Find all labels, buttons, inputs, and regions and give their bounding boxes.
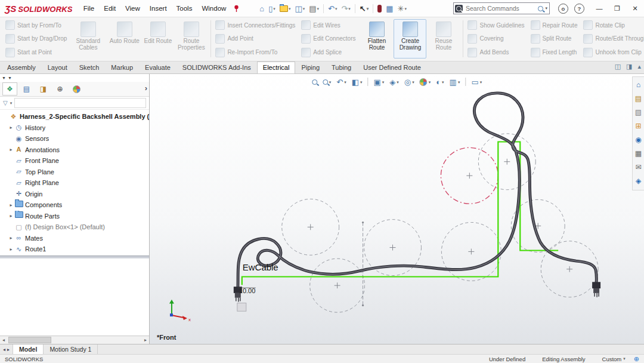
globe-icon[interactable]: ⊕ <box>634 356 639 362</box>
design-library-icon[interactable]: ▤ <box>635 95 642 102</box>
start-by-fromto-button[interactable]: Start by From/To <box>5 20 67 31</box>
property-manager-tab-icon[interactable]: ▤ <box>19 82 34 96</box>
tab-tubing[interactable]: Tubing <box>326 61 357 73</box>
view-palette-icon[interactable]: ⊞ <box>635 122 641 130</box>
tab-piping[interactable]: Piping <box>295 61 326 73</box>
tree-item-sensors[interactable]: ◉ Sensors <box>0 133 149 144</box>
tree-item-design-box[interactable]: ▢ (f) Design Box<1> (Default) <box>0 222 149 233</box>
pin-menu-icon[interactable] <box>233 5 240 13</box>
previous-view-icon[interactable]: ↶▾ <box>336 78 346 86</box>
feature-tree-tab-icon[interactable]: ❖ <box>2 82 17 96</box>
expand-arrow-icon[interactable]: ▸ <box>8 247 14 252</box>
custom-properties-icon[interactable]: ▦ <box>635 150 642 157</box>
flatten-route-button[interactable]: Flatten Route <box>360 19 393 59</box>
route-edit-through-clip-button[interactable]: Route/Edit Through Clip <box>583 33 644 44</box>
panel-horizontal-scrollbar[interactable]: ◂ ▸ <box>0 336 149 344</box>
edit-wires-button[interactable]: Edit Wires <box>301 20 355 31</box>
add-splice-button[interactable]: Add Splice <box>301 47 355 58</box>
cable-connector-right[interactable] <box>592 282 600 297</box>
solidworks-add-ins-icon[interactable]: ◈ <box>636 177 641 184</box>
view-orientation-icon[interactable]: ▣▾ <box>374 78 385 86</box>
appearances-scenes-icon[interactable]: ◉ <box>635 136 641 143</box>
search-commands-box[interactable]: ▾ <box>453 2 550 14</box>
menu-view[interactable]: View <box>120 0 145 17</box>
tree-item-annotations[interactable]: ▸ A Annotations <box>0 144 149 156</box>
route-properties-button[interactable]: Route Properties <box>175 19 208 59</box>
insert-connectors-button[interactable]: Insert Connectors/Fittings <box>215 20 295 31</box>
tab-scroll-controls[interactable]: ◂ ▸ <box>0 344 13 354</box>
filter-funnel-icon[interactable]: ▽ <box>3 100 8 106</box>
menu-tools[interactable]: Tools <box>172 0 197 17</box>
forum-icon[interactable]: ✉ <box>635 164 641 171</box>
tree-item-route1[interactable]: ▸ ∿ Route1 <box>0 244 149 255</box>
viewport-layout-icon[interactable]: ◫ <box>615 63 621 70</box>
add-point-button[interactable]: Add Point <box>215 33 295 44</box>
fixed-length-button[interactable]: Fixed Length <box>531 47 578 58</box>
screen-capture-icon[interactable]: ▭▾ <box>471 78 482 86</box>
view-settings-icon[interactable]: ▥▾ <box>450 78 460 86</box>
tree-item-right-plane[interactable]: ▱ Right Plane <box>0 177 149 189</box>
reimport-fromto-button[interactable]: Re-Import From/To <box>215 47 295 58</box>
unhook-from-clip-button[interactable]: Unhook from Clip <box>583 47 644 58</box>
close-button[interactable]: ✕ <box>626 1 644 17</box>
show-guidelines-button[interactable]: Show Guidelines <box>467 20 524 31</box>
tree-item-route-parts[interactable]: ▸ Route Parts <box>0 211 149 222</box>
expand-arrow-icon[interactable]: ▸ <box>8 235 14 241</box>
file-explorer-icon[interactable]: ▧ <box>635 109 642 116</box>
print-icon[interactable]: ▤▾ <box>307 4 321 14</box>
resources-home-icon[interactable]: ⌂ <box>636 81 640 88</box>
dimension-text[interactable]: 10.00 <box>239 287 255 294</box>
menu-edit[interactable]: Edit <box>99 0 120 17</box>
create-drawing-button[interactable]: Create Drawing <box>394 19 426 59</box>
configuration-manager-tab-icon[interactable]: ◨ <box>36 82 51 96</box>
menu-file[interactable]: File <box>79 0 100 17</box>
units-caret-icon[interactable]: ▾ <box>623 356 626 361</box>
edit-route-button[interactable]: Edit Route <box>141 19 174 59</box>
rotate-clip-button[interactable]: Rotate Clip <box>583 20 644 31</box>
reuse-route-button[interactable]: Reuse Route <box>427 19 460 59</box>
split-route-button[interactable]: Split Route <box>531 33 578 44</box>
menu-insert[interactable]: Insert <box>145 0 172 17</box>
scroll-left-icon[interactable]: ◂ <box>0 337 7 343</box>
restore-button[interactable]: ❐ <box>608 1 626 17</box>
help-icon[interactable]: ? <box>574 4 584 14</box>
xpress-products-icon[interactable] <box>376 4 383 14</box>
tree-item-top-plane[interactable]: ▱ Top Plane <box>0 167 149 178</box>
panel-flyout-chevron-icon[interactable]: › <box>145 84 147 93</box>
tree-item-components[interactable]: ▸ Components <box>0 199 149 211</box>
display-manager-tab-icon[interactable] <box>69 82 84 96</box>
panel-splitter[interactable]: ▼▼ <box>0 74 149 82</box>
menu-window[interactable]: Window <box>197 0 231 17</box>
add-bends-button[interactable]: Add Bends <box>467 47 524 58</box>
cable-label-text[interactable]: EwCable <box>243 263 278 272</box>
tab-user-defined-route[interactable]: User Defined Route <box>357 61 427 73</box>
tab-sketch[interactable]: Sketch <box>73 61 106 73</box>
grid-icon[interactable]: ▦ <box>384 4 395 14</box>
expand-arrow-icon[interactable]: ▸ <box>8 202 14 208</box>
motion-study-tab[interactable]: Motion Study 1 <box>44 344 98 354</box>
filter-caret-icon[interactable]: ▾ <box>10 101 13 106</box>
tab-layout[interactable]: Layout <box>42 61 73 73</box>
start-by-dragdrop-button[interactable]: Start by Drag/Drop <box>5 33 67 44</box>
search-caret-icon[interactable]: ▾ <box>545 6 547 11</box>
select-arrow-icon[interactable]: ↖▾ <box>358 4 370 14</box>
display-pane-icon[interactable]: ◨ <box>626 63 632 70</box>
covering-button[interactable]: Covering <box>467 33 524 44</box>
statusbar-units[interactable]: Custom <box>602 356 622 362</box>
user-account-icon[interactable]: ο <box>558 4 568 14</box>
scrollbar-thumb[interactable] <box>8 337 51 343</box>
open-folder-icon[interactable]: ▾ <box>278 4 293 13</box>
standard-cables-button[interactable]: Standard Cables <box>72 19 104 59</box>
tree-item-mates[interactable]: ▸ ∞ Mates <box>0 233 149 244</box>
edit-connectors-button[interactable]: Edit Connectors <box>301 33 355 44</box>
redo-icon[interactable]: ↷▾ <box>339 4 352 14</box>
expand-arrow-icon[interactable]: ▸ <box>8 125 14 130</box>
home-icon[interactable]: ⌂ <box>258 4 266 14</box>
apply-scene-icon[interactable]: ◐▾ <box>436 78 444 86</box>
search-input[interactable] <box>465 4 538 13</box>
tree-item-history[interactable]: ▸ ◷ History <box>0 122 149 134</box>
tab-scroll-right-icon[interactable]: ▸ <box>7 347 10 352</box>
tab-markup[interactable]: Markup <box>105 61 139 73</box>
repair-route-button[interactable]: Repair Route <box>531 20 578 31</box>
tab-scroll-left-icon[interactable]: ◂ <box>3 347 5 352</box>
